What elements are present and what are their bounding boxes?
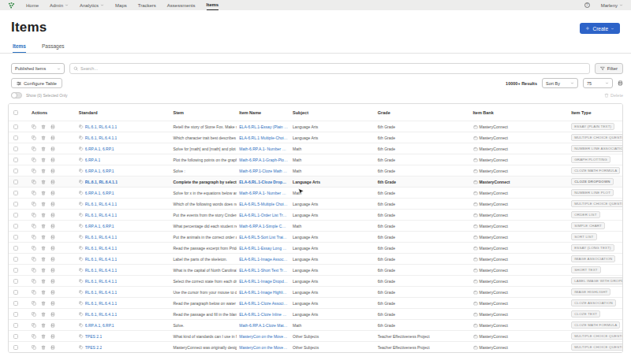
- item-name-link[interactable]: ELA-6.RL.1-Image Dropdow...: [239, 279, 288, 284]
- search-box[interactable]: [69, 63, 590, 74]
- standard-link[interactable]: 6.RP.A.1, 6.RP.1: [85, 191, 114, 195]
- trash-icon[interactable]: [41, 202, 46, 206]
- duplicate-icon[interactable]: [32, 268, 36, 273]
- row-checkbox[interactable]: [13, 312, 18, 317]
- trash-icon[interactable]: [41, 323, 46, 328]
- row-checkbox[interactable]: [13, 279, 18, 284]
- row-checkbox[interactable]: [13, 224, 18, 228]
- standard-link[interactable]: RL.6.1, RL.6.4.1.1: [85, 268, 118, 273]
- duplicate-icon[interactable]: [32, 279, 36, 284]
- row-checkbox[interactable]: [13, 301, 18, 306]
- standard-link[interactable]: RL.6.1, RL.6.4.1.1: [85, 257, 118, 262]
- duplicate-icon[interactable]: [32, 191, 36, 195]
- trash-icon[interactable]: [41, 147, 46, 151]
- standard-link[interactable]: 6.RP.A.1, 6.RP.1: [85, 147, 114, 151]
- nav-item-analytics[interactable]: Analytics: [80, 0, 104, 10]
- item-name-link[interactable]: Math-6.RP.A.1-Cloze Math F...: [239, 323, 288, 328]
- masteryconnect-logo-icon[interactable]: [8, 2, 15, 9]
- duplicate-icon[interactable]: [32, 147, 36, 151]
- standard-link[interactable]: 6.RP.A.1, 6.RP.1: [85, 323, 114, 328]
- search-input[interactable]: [80, 66, 586, 71]
- standard-link[interactable]: RL.6.1, RL.6.4.1.1: [85, 213, 118, 217]
- item-name-link[interactable]: ELA-6.RL.1-Short Text Traini...: [239, 268, 288, 273]
- duplicate-icon[interactable]: [32, 257, 36, 262]
- nav-item-home[interactable]: Home: [26, 0, 39, 10]
- item-name-link[interactable]: ELA-6.RL.5-Sort List Training...: [239, 235, 288, 240]
- filter-button[interactable]: Filter: [595, 63, 623, 74]
- standard-link[interactable]: RL.6.1, RL.6.4.1.1: [85, 136, 118, 140]
- standard-link[interactable]: RL.6.1, RL.6.4.1.1: [85, 279, 118, 284]
- print-icon[interactable]: [50, 147, 55, 151]
- duplicate-icon[interactable]: [32, 290, 36, 295]
- print-icon[interactable]: [50, 257, 55, 262]
- trash-icon[interactable]: [41, 257, 46, 262]
- row-checkbox[interactable]: [13, 290, 18, 295]
- nav-item-maps[interactable]: Maps: [115, 0, 127, 10]
- tab-passages[interactable]: Passages: [42, 43, 65, 53]
- item-name-link[interactable]: ELA-6.RL.1-Image Highlight ...: [239, 290, 288, 295]
- row-checkbox[interactable]: [13, 191, 18, 195]
- delete-button[interactable]: Delete: [604, 93, 623, 98]
- print-icon[interactable]: [50, 224, 55, 228]
- duplicate-icon[interactable]: [32, 213, 36, 217]
- trash-icon[interactable]: [41, 213, 46, 217]
- print-icon[interactable]: [50, 246, 55, 251]
- print-icon[interactable]: [50, 213, 55, 217]
- print-icon[interactable]: [50, 191, 55, 195]
- row-checkbox[interactable]: [13, 180, 18, 184]
- print-icon[interactable]: [50, 180, 55, 184]
- standard-link[interactable]: RL.6.1, RL.6.4.1.1: [85, 235, 118, 240]
- item-name-link[interactable]: Math-6.RP.A.1- Number Line...: [239, 191, 288, 195]
- standard-link[interactable]: 6.RP.A.1, 6.RP.1: [85, 224, 114, 228]
- item-name-link[interactable]: ELA-6.RL.1-Cloze Dropdow...: [239, 180, 288, 184]
- trash-icon[interactable]: [41, 136, 46, 140]
- trash-icon[interactable]: [41, 312, 46, 317]
- item-name-link[interactable]: ELA-6.RL.1-Cloze Associatio...: [239, 301, 288, 306]
- row-checkbox[interactable]: [13, 323, 18, 328]
- row-checkbox[interactable]: [13, 147, 18, 151]
- item-name-link[interactable]: ELA-6.RL.1-Essay (Plain Text)...: [239, 124, 288, 129]
- print-icon[interactable]: [50, 290, 55, 295]
- duplicate-icon[interactable]: [32, 124, 36, 129]
- duplicate-icon[interactable]: [32, 180, 36, 184]
- nav-item-assessments[interactable]: Assessments: [167, 0, 196, 10]
- published-items-dropdown[interactable]: Published Items: [11, 63, 65, 74]
- item-name-link[interactable]: Math-6.RP.A.1- Number Line...: [239, 147, 288, 151]
- print-icon[interactable]: [50, 334, 55, 339]
- show-selected-toggle[interactable]: [11, 92, 22, 98]
- row-checkbox[interactable]: [13, 124, 18, 129]
- trash-icon[interactable]: [41, 224, 46, 228]
- print-icon[interactable]: [50, 124, 55, 129]
- trash-icon[interactable]: [41, 301, 46, 306]
- print-icon[interactable]: [50, 301, 55, 306]
- nav-item-admin[interactable]: Admin: [50, 0, 69, 10]
- print-icon[interactable]: [50, 279, 55, 284]
- item-name-link[interactable]: ELA-6.RL.1 Multiple-Choice ...: [239, 136, 288, 140]
- row-checkbox[interactable]: [13, 202, 18, 206]
- row-checkbox[interactable]: [13, 213, 18, 217]
- print-button[interactable]: [618, 80, 623, 86]
- duplicate-icon[interactable]: [32, 136, 36, 140]
- standard-link[interactable]: RL.6.1, RL.6.4.1.1: [85, 246, 118, 251]
- trash-icon[interactable]: [41, 279, 46, 284]
- row-checkbox[interactable]: [13, 136, 18, 140]
- print-icon[interactable]: [50, 235, 55, 240]
- print-icon[interactable]: [50, 323, 55, 328]
- duplicate-icon[interactable]: [32, 158, 36, 162]
- item-name-link[interactable]: ELA-6.RL.1-Order List Traini...: [239, 213, 288, 217]
- item-name-link[interactable]: ELA-6.RL.1-Essay Long Text ...: [239, 246, 288, 251]
- print-icon[interactable]: [50, 169, 55, 173]
- item-name-link[interactable]: Math-6.RP.A.1-Simple Chart ...: [239, 224, 288, 228]
- standard-link[interactable]: RL.6.1, RL.6.4.1.1: [85, 124, 118, 129]
- standard-link[interactable]: RL.6.1, RL.6.4.1.1: [85, 301, 118, 306]
- help-icon[interactable]: ?: [584, 2, 590, 8]
- standard-link[interactable]: TPES 2.1: [85, 334, 102, 339]
- standard-link[interactable]: 6.RP.A.1, 6.RP.1: [85, 169, 114, 173]
- standard-link[interactable]: 6.RP.A.1: [85, 158, 100, 162]
- print-icon[interactable]: [50, 202, 55, 206]
- item-name-link[interactable]: MasteryCon on the Move #2: [239, 345, 288, 350]
- row-checkbox[interactable]: [13, 345, 18, 350]
- row-checkbox[interactable]: [13, 246, 18, 251]
- row-checkbox[interactable]: [13, 235, 18, 240]
- duplicate-icon[interactable]: [32, 323, 36, 328]
